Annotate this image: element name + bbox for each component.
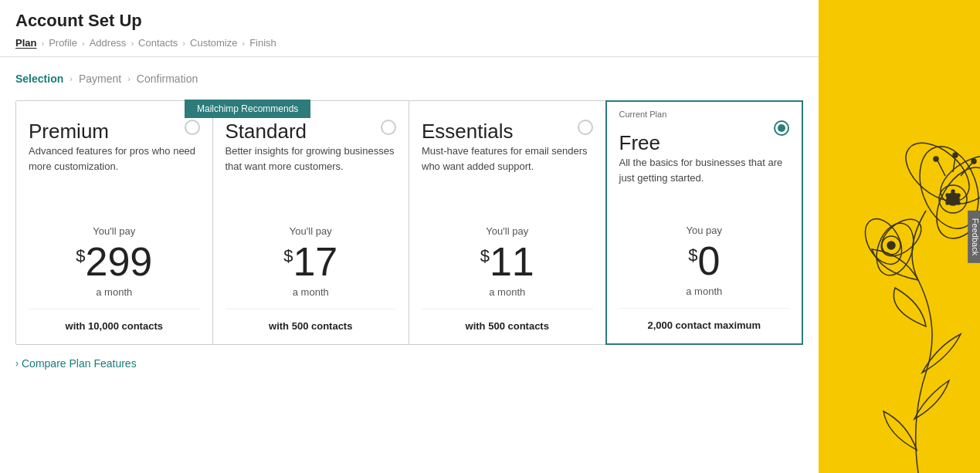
plan-contacts-free: 2,000 contact maximum bbox=[619, 308, 790, 331]
sep-3: › bbox=[131, 39, 134, 48]
plan-card-essentials[interactable]: Essentials Must-have features for email … bbox=[409, 101, 606, 344]
svg-point-8 bbox=[951, 190, 955, 193]
content-area: Selection › Payment › Confirmation Mailc… bbox=[0, 57, 819, 473]
sub-breadcrumb-selection[interactable]: Selection bbox=[15, 73, 63, 85]
svg-point-6 bbox=[946, 194, 949, 197]
sep-1: › bbox=[41, 39, 44, 48]
plan-name-row-premium: Premium bbox=[29, 117, 200, 144]
price-dollar-standard: $ bbox=[283, 248, 293, 265]
price-period-premium: a month bbox=[29, 286, 200, 298]
plan-name-essentials: Essentials bbox=[422, 120, 514, 144]
you-pay-premium: You'll pay bbox=[29, 225, 200, 237]
plan-pricing-standard: You'll pay $ 17 a month bbox=[226, 225, 397, 298]
you-pay-essentials: You'll pay bbox=[422, 225, 593, 237]
radio-premium[interactable] bbox=[185, 120, 200, 135]
radio-free[interactable] bbox=[774, 120, 789, 136]
main-content: Account Set Up Plan › Profile › Address … bbox=[0, 0, 819, 473]
price-amount-essentials: 11 bbox=[490, 242, 534, 282]
plan-desc-premium: Advanced features for pros who need more… bbox=[29, 144, 200, 198]
sidebar-right: Feedback bbox=[819, 0, 980, 473]
plan-pricing-free: You pay $ 0 a month bbox=[619, 225, 790, 297]
current-plan-label: Current Plan bbox=[619, 110, 667, 119]
plan-name-premium: Premium bbox=[29, 120, 109, 144]
svg-line-20 bbox=[938, 160, 945, 176]
price-amount-premium: 299 bbox=[85, 242, 152, 282]
breadcrumb-address[interactable]: Address bbox=[90, 37, 127, 49]
you-pay-standard: You'll pay bbox=[226, 225, 397, 237]
plan-desc-essentials: Must-have features for email senders who… bbox=[422, 144, 593, 198]
price-row-free: $ 0 bbox=[619, 241, 790, 281]
breadcrumb-customize[interactable]: Customize bbox=[190, 37, 237, 49]
plan-contacts-premium: with 10,000 contacts bbox=[29, 309, 200, 332]
plan-pricing-essentials: You'll pay $ 11 a month bbox=[422, 225, 593, 298]
sub-breadcrumb-confirmation[interactable]: Confirmation bbox=[137, 73, 198, 85]
plan-name-standard: Standard bbox=[226, 120, 307, 144]
plans-wrapper: Mailchimp Recommends Premium Advanced fe… bbox=[15, 100, 803, 345]
sep-4: › bbox=[182, 39, 185, 48]
svg-point-10 bbox=[957, 201, 960, 204]
breadcrumb-finish[interactable]: Finish bbox=[249, 37, 276, 49]
breadcrumb: Plan › Profile › Address › Contacts › Cu… bbox=[15, 37, 803, 49]
chevron-right-icon: › bbox=[15, 358, 19, 369]
sub-breadcrumb: Selection › Payment › Confirmation bbox=[15, 73, 803, 85]
recommend-banner: Mailchimp Recommends bbox=[185, 100, 310, 118]
radio-standard[interactable] bbox=[381, 120, 396, 135]
page-title: Account Set Up bbox=[15, 11, 803, 31]
plan-name-free: Free bbox=[619, 131, 660, 155]
sub-sep-1: › bbox=[70, 74, 73, 83]
plan-name-row-essentials: Essentials bbox=[422, 117, 593, 144]
compare-link-label: Compare Plan Features bbox=[22, 357, 137, 370]
breadcrumb-contacts[interactable]: Contacts bbox=[138, 37, 178, 49]
sep-5: › bbox=[242, 39, 245, 48]
breadcrumb-plan[interactable]: Plan bbox=[15, 37, 36, 49]
compare-link[interactable]: › Compare Plan Features bbox=[15, 357, 803, 370]
svg-point-17 bbox=[953, 153, 958, 157]
price-dollar-free: $ bbox=[688, 247, 697, 264]
breadcrumb-profile[interactable]: Profile bbox=[49, 37, 77, 49]
sep-2: › bbox=[82, 39, 85, 48]
svg-point-15 bbox=[887, 242, 895, 249]
price-dollar-premium: $ bbox=[76, 248, 85, 265]
price-period-free: a month bbox=[619, 285, 790, 297]
price-period-essentials: a month bbox=[422, 286, 593, 298]
plan-card-free[interactable]: Current Plan Free All the basics for bus… bbox=[605, 100, 804, 345]
price-row-premium: $ 299 bbox=[29, 242, 200, 282]
price-period-standard: a month bbox=[226, 286, 397, 298]
flower-decoration bbox=[819, 126, 980, 473]
price-row-standard: $ 17 bbox=[226, 242, 397, 282]
plan-contacts-essentials: with 500 contacts bbox=[422, 309, 593, 332]
plan-pricing-premium: You'll pay $ 299 a month bbox=[29, 225, 200, 298]
you-pay-free: You pay bbox=[619, 225, 790, 236]
svg-point-19 bbox=[972, 159, 976, 164]
feedback-tab[interactable]: Feedback bbox=[968, 210, 980, 262]
radio-essentials[interactable] bbox=[578, 120, 593, 135]
plan-desc-standard: Better insights for growing businesses t… bbox=[226, 144, 397, 198]
plan-card-standard[interactable]: Standard Better insights for growing bus… bbox=[213, 101, 410, 344]
sub-breadcrumb-payment[interactable]: Payment bbox=[79, 73, 121, 85]
plans-grid: Premium Advanced features for pros who n… bbox=[15, 100, 803, 345]
svg-point-21 bbox=[934, 157, 938, 161]
svg-line-16 bbox=[953, 157, 955, 172]
sub-sep-2: › bbox=[127, 74, 131, 83]
plan-name-row-standard: Standard bbox=[226, 117, 397, 144]
price-amount-standard: 17 bbox=[293, 242, 337, 282]
plan-desc-free: All the basics for businesses that are j… bbox=[619, 155, 790, 209]
svg-point-9 bbox=[946, 201, 949, 204]
plan-contacts-standard: with 500 contacts bbox=[226, 309, 397, 332]
price-row-essentials: $ 11 bbox=[422, 242, 593, 282]
price-amount-free: 0 bbox=[697, 241, 720, 281]
header: Account Set Up Plan › Profile › Address … bbox=[0, 0, 819, 57]
plan-card-premium[interactable]: Premium Advanced features for pros who n… bbox=[16, 101, 213, 344]
svg-point-7 bbox=[957, 194, 960, 197]
plan-name-row-free: Free bbox=[619, 117, 790, 155]
price-dollar-essentials: $ bbox=[480, 248, 490, 265]
